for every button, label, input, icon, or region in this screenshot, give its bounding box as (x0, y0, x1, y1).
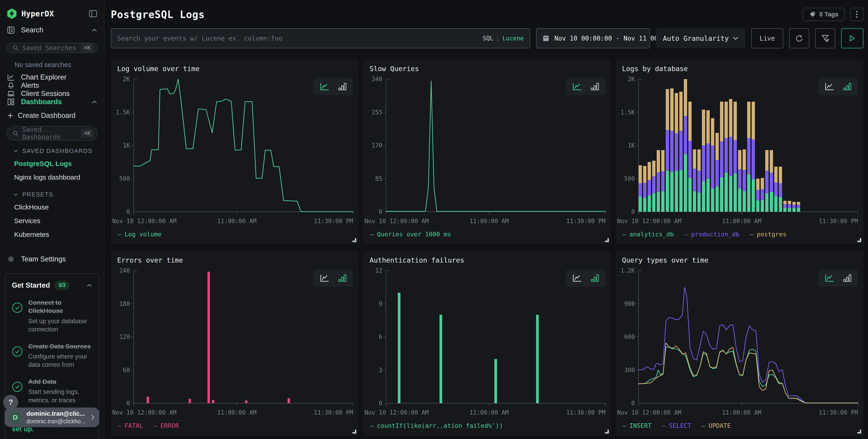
line-chart-icon[interactable] (320, 83, 330, 91)
svg-text:240: 240 (119, 267, 130, 274)
help-button[interactable]: ? (3, 395, 18, 410)
line-chart-icon[interactable] (572, 83, 582, 91)
get-started-item[interactable]: Connect to ClickHouseSet up your databas… (12, 299, 92, 334)
bar-chart-icon[interactable] (843, 83, 851, 91)
chart-plot[interactable]: 085170255340Nov 10 12:00:00 AM11:00:00 A… (363, 74, 611, 228)
chart-legend: —countIf(like(arr..ation failed%')) (363, 419, 611, 432)
sidebar-item-dashboards[interactable]: Dashboards (0, 98, 104, 106)
svg-text:Nov 10 12:00:00 AM: Nov 10 12:00:00 AM (112, 409, 177, 416)
sidebar-item-nginx-logs-dashboard[interactable]: Nginx logs dashboard (0, 170, 104, 184)
chart-plot[interactable]: 03006009001.2KNov 10 12:00:00 AM11:00:00… (616, 265, 863, 419)
resize-handle-icon[interactable] (857, 430, 861, 434)
sidebar-item-team-settings[interactable]: Team Settings (0, 255, 104, 263)
bar-chart-icon[interactable] (591, 274, 599, 282)
chart-panel-1: Log volume over time 05001K1.5K2KNov 10 … (111, 59, 359, 244)
sidebar-collapse-icon[interactable] (89, 10, 97, 17)
get-started-item[interactable]: Add DataStart sending logs, metrics, or … (12, 378, 92, 404)
sidebar-item-services[interactable]: Services (0, 214, 104, 228)
line-chart-icon[interactable] (825, 83, 834, 91)
svg-text:255: 255 (372, 109, 382, 116)
event-search-input[interactable]: Search your events w/ Lucene ex. column:… (111, 28, 530, 48)
main-content: PostgreSQL Logs 0 Tags Search your event… (104, 0, 868, 439)
chart-plot[interactable]: 060120180240Nov 10 12:00:00 AM11:00:00 A… (111, 265, 359, 419)
chevron-down-icon (733, 36, 739, 40)
sidebar-item-label: Client Sessions (21, 90, 70, 98)
svg-text:11:00:00 AM: 11:00:00 AM (470, 409, 509, 416)
saved-searches-input[interactable]: Saved Searches ⌘K (6, 43, 98, 53)
chart-type-toggle (313, 270, 353, 287)
create-dashboard-button[interactable]: Create Dashboard (0, 112, 104, 120)
user-name: dominic.tran@clic... (26, 410, 87, 417)
line-chart-icon[interactable] (320, 274, 330, 282)
saved-dashboards-input[interactable]: Saved Dashboards ⌘K (6, 126, 98, 140)
resize-handle-icon[interactable] (605, 430, 609, 434)
line-chart-icon[interactable] (572, 274, 582, 282)
get-started-item-desc: Start sending logs, metrics, or traces (28, 388, 92, 404)
sidebar-item-kubernetes[interactable]: Kubernetes (0, 228, 104, 241)
chart-title: Errors over time (117, 256, 359, 264)
section-header[interactable]: SAVED DASHBOARDS (0, 140, 104, 157)
lucene-toggle-option[interactable]: Lucene (502, 35, 524, 42)
sidebar-item-postgresql-logs[interactable]: PostgreSQL Logs (0, 157, 104, 170)
get-started-item[interactable]: Create Data SourcesConfigure where your … (12, 342, 92, 369)
chart-plot[interactable]: 036912Nov 10 12:00:00 AM11:00:00 AM11:30… (363, 265, 611, 419)
filter-button[interactable] (815, 28, 835, 48)
line-chart-icon[interactable] (825, 274, 834, 282)
run-query-button[interactable] (841, 28, 863, 48)
legend-item: —analytics_db (622, 231, 674, 238)
get-started-title: Get Started (12, 281, 50, 289)
legend-item: —SELECT (662, 422, 691, 429)
svg-text:1.5K: 1.5K (116, 109, 130, 116)
section-title: SAVED DASHBOARDS (22, 148, 92, 155)
bar-chart-icon[interactable] (338, 83, 347, 91)
sidebar-item-alerts[interactable]: Alerts (0, 82, 104, 90)
date-range-picker[interactable]: Nov 10 00:00:00 - Nov 11 00:00:00 (536, 28, 650, 48)
chart-panel-3: Logs by database 05001K1.5K2KNov 10 12:0… (616, 59, 863, 244)
svg-text:500: 500 (119, 175, 130, 182)
sidebar-item-chart-explorer[interactable]: Chart Explorer (0, 73, 104, 82)
chart-explorer-icon (7, 74, 15, 81)
svg-text:500: 500 (624, 175, 635, 182)
tags-button[interactable]: 0 Tags (803, 8, 845, 21)
granularity-value: Auto Granularity (663, 34, 729, 42)
check-circle-icon (12, 299, 23, 334)
chart-legend: —Queries over 1000 ms (363, 228, 611, 241)
section-header[interactable]: PRESETS (0, 184, 104, 200)
bar-chart-icon[interactable] (843, 274, 851, 282)
get-started-items: Connect to ClickHouseSet up your databas… (12, 299, 92, 404)
chart-plot[interactable]: 05001K1.5K2KNov 10 12:00:00 AM11:00:00 A… (111, 74, 359, 228)
user-menu[interactable]: D dominic.tran@clic... dominic.tran@clic… (5, 408, 99, 427)
sidebar-sections: SAVED DASHBOARDSPostgreSQL LogsNginx log… (0, 140, 104, 241)
resize-handle-icon[interactable] (857, 238, 861, 242)
magnifier-icon (12, 45, 19, 51)
chart-panel-6: Query types over time 03006009001.2KNov … (616, 251, 863, 436)
sidebar-item-search[interactable]: Search (0, 26, 104, 34)
chart-plot[interactable]: 05001K1.5K2KNov 10 12:00:00 AM11:00:00 A… (616, 74, 863, 228)
svg-text:0: 0 (631, 400, 635, 407)
bar-chart-icon[interactable] (591, 83, 599, 91)
chart-type-toggle (313, 78, 353, 95)
chevron-up-icon[interactable] (87, 284, 92, 287)
chart-title: Query types over time (622, 256, 863, 264)
resize-handle-icon[interactable] (605, 238, 609, 242)
chart-legend: —Log volume (111, 228, 359, 241)
more-menu-button[interactable] (850, 8, 863, 21)
plus-icon (7, 113, 13, 119)
resize-handle-icon[interactable] (352, 430, 356, 434)
title-row: PostgreSQL Logs 0 Tags (111, 8, 863, 21)
chart-title: Slow Queries (370, 65, 611, 73)
svg-text:120: 120 (119, 334, 130, 340)
refresh-button[interactable] (789, 28, 809, 48)
sidebar-item-clickhouse[interactable]: ClickHouse (0, 200, 104, 214)
bar-chart-icon[interactable] (338, 274, 347, 282)
magnifier-icon (12, 130, 19, 136)
section-title: PRESETS (22, 191, 53, 198)
sidebar-item-client-sessions[interactable]: Client Sessions (0, 90, 104, 98)
resize-handle-icon[interactable] (352, 238, 356, 242)
chart-legend: —analytics_db—production_db—postgres (616, 228, 863, 241)
live-button[interactable]: Live (751, 28, 783, 48)
legend-item: —Queries over 1000 ms (370, 231, 451, 238)
sql-toggle-option[interactable]: SQL (483, 35, 493, 42)
granularity-select[interactable]: Auto Granularity (656, 28, 745, 48)
no-saved-searches-text: No saved searches (0, 53, 104, 69)
